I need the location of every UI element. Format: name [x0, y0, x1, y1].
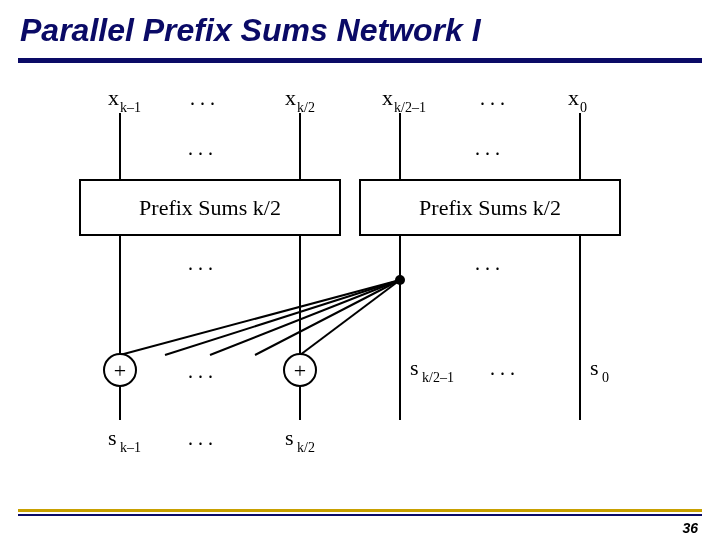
right-prefix-block-label: Prefix Sums k/2: [419, 195, 561, 220]
svg-text:x: x: [285, 85, 296, 110]
svg-text:x: x: [568, 85, 579, 110]
svg-text:0: 0: [580, 100, 587, 115]
svg-text:k/2–1: k/2–1: [394, 100, 426, 115]
svg-text:k–1: k–1: [120, 440, 141, 455]
svg-text:0: 0: [602, 370, 609, 385]
fanout-line: [165, 280, 400, 355]
svg-text:+: +: [294, 358, 306, 383]
fanout-line: [120, 280, 400, 355]
svg-text:k–1: k–1: [120, 100, 141, 115]
upper-dots-right: . . .: [475, 137, 500, 159]
svg-text:s: s: [108, 425, 117, 450]
fanout-line: [255, 280, 400, 355]
input-dots-left: . . .: [190, 87, 215, 109]
upper-dots-left: . . .: [188, 137, 213, 159]
svg-text:+: +: [114, 358, 126, 383]
input-label-x-k2-1: x k/2–1: [382, 85, 426, 115]
output-label-s-k-1: s k–1: [108, 425, 141, 455]
output-dots-right: . . .: [490, 357, 515, 379]
svg-text:s: s: [285, 425, 294, 450]
adder-left-2: +: [284, 354, 316, 386]
footer-rule-gold: [18, 509, 702, 512]
mid-dots-right: . . .: [475, 252, 500, 274]
slide-title: Parallel Prefix Sums Network I: [20, 12, 481, 49]
svg-text:k/2: k/2: [297, 440, 315, 455]
fanout-line: [300, 280, 400, 355]
input-dots-right: . . .: [480, 87, 505, 109]
output-label-s-0: s 0: [590, 355, 609, 385]
fanout-line: [210, 280, 400, 355]
input-label-x-k2: x k/2: [285, 85, 315, 115]
mid-dots-left: . . .: [188, 252, 213, 274]
footer-rule-navy: [18, 514, 702, 516]
left-prefix-block-label: Prefix Sums k/2: [139, 195, 281, 220]
input-label-x-k-1: x k–1: [108, 85, 141, 115]
svg-text:s: s: [410, 355, 419, 380]
output-label-s-k2: s k/2: [285, 425, 315, 455]
svg-text:k/2: k/2: [297, 100, 315, 115]
adder-left-1: +: [104, 354, 136, 386]
output-label-s-k2-1: s k/2–1: [410, 355, 454, 385]
title-underline: [18, 58, 702, 63]
output-dots-left: . . .: [188, 427, 213, 449]
svg-text:k/2–1: k/2–1: [422, 370, 454, 385]
prefix-sums-diagram: x k–1 . . . x k/2 x k/2–1 . . . x 0: [60, 80, 660, 480]
svg-text:x: x: [108, 85, 119, 110]
input-label-x-0: x 0: [568, 85, 587, 115]
svg-text:s: s: [590, 355, 599, 380]
adder-dots: . . .: [188, 360, 213, 382]
svg-text:x: x: [382, 85, 393, 110]
page-number: 36: [682, 520, 698, 536]
